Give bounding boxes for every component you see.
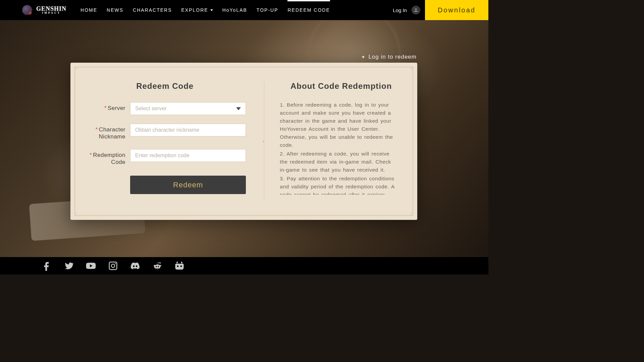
code-field-wrapper	[130, 149, 246, 162]
rule-3: 3. Pay attention to the redemption condi…	[280, 175, 398, 195]
label-code: *Redemption Code	[84, 149, 125, 166]
corner-ornament-tl	[74, 67, 82, 74]
nav-hoyolab[interactable]: HoYoLAB	[222, 7, 247, 13]
redeem-card: Redeem Code *Server Select server *Chara…	[70, 63, 417, 220]
facebook-icon[interactable]	[42, 261, 52, 271]
svg-point-1	[115, 263, 116, 264]
redeem-button[interactable]: Redeem	[130, 176, 246, 194]
login-link[interactable]: Log In	[393, 7, 407, 13]
label-nickname: *Character Nickname	[84, 124, 125, 140]
header: GENSHIN IMPACT HOME NEWS CHARACTERS EXPL…	[0, 0, 488, 20]
social-footer	[0, 257, 488, 275]
row-server: *Server Select server	[84, 102, 246, 115]
hoyolab-mascot-icon[interactable]	[174, 261, 184, 271]
corner-ornament-tr	[406, 67, 413, 74]
redeem-title: Redeem Code	[136, 81, 194, 91]
server-placeholder: Select server	[135, 106, 166, 112]
row-code: *Redemption Code	[84, 149, 246, 166]
rules-scroll[interactable]: 1. Before redeeming a code, log in to yo…	[280, 101, 402, 195]
nav-home[interactable]: HOME	[80, 7, 97, 13]
twitter-icon[interactable]	[64, 261, 74, 271]
nav-news[interactable]: NEWS	[107, 7, 123, 13]
row-nickname: *Character Nickname	[84, 124, 246, 140]
nav-redeem-code[interactable]: REDEEM CODE	[287, 7, 330, 13]
nickname-input[interactable]	[135, 124, 241, 136]
corner-ornament-br	[406, 208, 413, 216]
vertical-divider	[264, 81, 264, 201]
header-right: Log In Download	[393, 0, 488, 20]
nav-topup[interactable]: TOP-UP	[257, 7, 278, 13]
instagram-icon[interactable]	[108, 261, 118, 271]
youtube-icon[interactable]	[86, 261, 96, 271]
reddit-icon[interactable]	[152, 261, 162, 271]
about-panel: About Code Redemption 1. Before redeemin…	[264, 67, 413, 215]
rule-1: 1. Before redeeming a code, log in to yo…	[280, 101, 398, 149]
download-button[interactable]: Download	[425, 0, 488, 20]
paimon-icon	[22, 5, 32, 15]
avatar[interactable]	[412, 6, 420, 14]
nav-characters[interactable]: CHARACTERS	[133, 7, 172, 13]
chevron-down-icon	[210, 9, 213, 11]
about-title: About Code Redemption	[280, 81, 402, 91]
login-to-redeem-label: Log in to redeem	[368, 54, 417, 60]
nav-explore[interactable]: EXPLORE	[181, 7, 213, 13]
required-mark: *	[96, 126, 98, 133]
required-mark: *	[104, 105, 107, 111]
sparkle-icon: ✦	[361, 54, 366, 60]
header-left: GENSHIN IMPACT	[0, 5, 66, 15]
code-input[interactable]	[135, 149, 241, 162]
nickname-field-wrapper	[130, 124, 246, 136]
nav-explore-label: EXPLORE	[181, 7, 208, 13]
dropdown-arrow-icon	[236, 107, 241, 110]
card-inner: Redeem Code *Server Select server *Chara…	[74, 67, 413, 216]
main-nav: HOME NEWS CHARACTERS EXPLORE HoYoLAB TOP…	[80, 7, 330, 13]
svg-point-0	[111, 264, 115, 267]
rule-2: 2. After redeeming a code, you will rece…	[280, 150, 398, 174]
corner-ornament-bl	[74, 208, 82, 216]
discord-icon[interactable]	[130, 261, 140, 271]
login-to-redeem[interactable]: ✦ Log in to redeem	[361, 54, 417, 60]
server-select[interactable]: Select server	[130, 102, 246, 115]
user-icon	[413, 7, 419, 13]
game-logo[interactable]: GENSHIN IMPACT	[36, 6, 66, 14]
required-mark: *	[90, 152, 92, 158]
redeem-form: Redeem Code *Server Select server *Chara…	[75, 67, 264, 215]
label-server: *Server	[84, 102, 125, 112]
